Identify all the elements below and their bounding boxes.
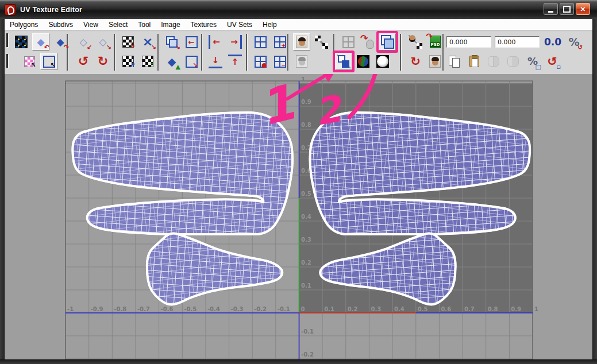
u-coord-field[interactable]: 0.000 bbox=[446, 36, 491, 48]
minimize-icon bbox=[548, 11, 553, 13]
move-uv-shell-tool-icon: ↖ bbox=[43, 56, 55, 68]
image-display-button[interactable] bbox=[426, 53, 444, 70]
menu-polygons[interactable]: Polygons bbox=[5, 19, 43, 30]
menu-textures[interactable]: Textures bbox=[186, 19, 222, 30]
toggle-filled-display-button[interactable] bbox=[335, 53, 352, 70]
view-grid-icon bbox=[342, 36, 355, 48]
uv-lattice-tool-button[interactable]: ↖ bbox=[21, 53, 38, 70]
maya-logo-icon bbox=[5, 4, 16, 16]
v-coord-field[interactable]: 0.000 bbox=[495, 36, 540, 48]
menu-select[interactable]: Select bbox=[103, 19, 133, 30]
uv-tile-snapshot-button[interactable]: ● bbox=[252, 53, 269, 70]
toolbar-group: ←→↓↑ bbox=[207, 32, 244, 71]
display-unfiltered-button[interactable]: ↷ bbox=[359, 33, 376, 51]
uv-texture-checker-icon bbox=[15, 36, 28, 48]
toggle-checker-display-button[interactable] bbox=[313, 33, 330, 51]
merge-uv-icon: ↑ bbox=[142, 56, 153, 67]
menu-help[interactable]: Help bbox=[257, 19, 282, 30]
rotate-uvs-cw-45-icon: ◇↘ bbox=[96, 35, 110, 49]
dim-image-button[interactable] bbox=[293, 53, 310, 70]
sew-uv-edges-button[interactable]: ×↘ bbox=[139, 33, 156, 51]
refresh-image-icon: ↻ bbox=[409, 55, 422, 68]
refresh-image-button[interactable]: ↻ bbox=[407, 53, 424, 70]
toggle-checker-display-icon bbox=[315, 36, 328, 49]
menu-view[interactable]: View bbox=[78, 19, 103, 30]
toolbar-separator bbox=[114, 34, 115, 71]
menu-tool[interactable]: Tool bbox=[133, 19, 156, 30]
align-min-u-button[interactable]: ← bbox=[207, 33, 224, 51]
menu-subdivs[interactable]: Subdivs bbox=[43, 19, 78, 30]
paste-button[interactable] bbox=[465, 53, 483, 70]
refresh-uv-values-button[interactable]: %↺ bbox=[565, 33, 583, 51]
shade-uvs-button[interactable] bbox=[379, 33, 396, 51]
add-uv-tile-icon: + bbox=[274, 36, 286, 48]
cycle-uvs-button[interactable]: ↺▫ bbox=[544, 53, 561, 70]
copy-button[interactable] bbox=[446, 53, 463, 70]
flip-v-button[interactable]: ◆↷ bbox=[52, 33, 69, 51]
display-alpha-channel-button[interactable] bbox=[374, 53, 391, 70]
copy-uv-value-button[interactable]: %□ bbox=[524, 53, 541, 70]
display-image-button[interactable] bbox=[293, 33, 310, 51]
paste-v-button[interactable] bbox=[504, 53, 522, 70]
split-uv-button[interactable]: ↗ bbox=[120, 53, 137, 70]
menu-image[interactable]: Image bbox=[156, 19, 185, 30]
toolbar-group: 0.0000.0000.0%↺%□↺▫ bbox=[446, 32, 583, 71]
dim-image-icon bbox=[296, 55, 307, 68]
grid-uvs-button[interactable]: ← bbox=[183, 33, 200, 51]
align-min-u-icon: ← bbox=[209, 35, 222, 49]
toolbar-separator bbox=[400, 34, 401, 71]
menu-bar: PolygonsSubdivsViewSelectToolImageTextur… bbox=[5, 19, 592, 30]
remove-uv-tile-icon: − bbox=[274, 56, 286, 68]
align-min-v-button[interactable]: ↓ bbox=[207, 53, 224, 70]
uv-viewport[interactable] bbox=[5, 73, 592, 359]
paste-u-icon bbox=[487, 55, 500, 68]
window-title: UV Texture Editor bbox=[20, 6, 82, 14]
unfold-uvs-icon: ◆▲ bbox=[165, 55, 179, 68]
layout-uvs-button[interactable]: ↘ bbox=[183, 53, 200, 70]
align-max-u-button[interactable]: → bbox=[226, 33, 244, 51]
merge-uv-button[interactable]: ↑ bbox=[139, 53, 156, 70]
window-frame-bottom bbox=[0, 359, 597, 364]
toolbar-gripper[interactable] bbox=[6, 33, 8, 47]
copy-uv-shell-button[interactable]: ↘ bbox=[163, 33, 180, 51]
close-icon: × bbox=[580, 5, 586, 13]
title-bar[interactable]: UV Texture Editor × bbox=[0, 0, 597, 19]
minimize-button[interactable] bbox=[544, 3, 558, 15]
toolbar-group: +●− bbox=[252, 32, 288, 71]
unfold-uvs-button[interactable]: ◆▲ bbox=[163, 53, 180, 70]
uv-tile-button[interactable] bbox=[252, 33, 269, 51]
paste-u-button[interactable] bbox=[485, 53, 502, 70]
toolbar-separator bbox=[333, 34, 334, 71]
toolbar-gripper[interactable] bbox=[6, 54, 8, 68]
maximize-button[interactable] bbox=[560, 3, 574, 15]
window-frame-right bbox=[592, 19, 597, 364]
rotate-cw-icon: ↻ bbox=[96, 55, 110, 68]
uv-tile-icon bbox=[255, 36, 267, 48]
uv-tile-snapshot-icon: ● bbox=[255, 56, 267, 68]
toolbar-group bbox=[293, 32, 330, 71]
rotate-uvs-ccw-45-button[interactable]: ◇↙ bbox=[75, 33, 92, 51]
copy-uv-value-icon: %□ bbox=[526, 55, 540, 68]
maximize-icon bbox=[563, 6, 571, 13]
rotate-cw-button[interactable]: ↻ bbox=[94, 53, 111, 70]
display-unfiltered-icon: ↷ bbox=[361, 35, 375, 49]
view-grid-button[interactable] bbox=[340, 33, 357, 51]
move-uv-shell-tool-button[interactable]: ↖ bbox=[40, 53, 57, 70]
menu-uv-sets[interactable]: UV Sets bbox=[222, 19, 257, 30]
align-max-v-button[interactable]: ↑ bbox=[226, 53, 244, 70]
rotate-ccw-button[interactable]: ↺ bbox=[75, 53, 92, 70]
uv-texture-checker-button[interactable] bbox=[13, 33, 30, 51]
close-button[interactable]: × bbox=[576, 3, 590, 15]
baked-texture-toggle-button[interactable] bbox=[407, 33, 424, 51]
flip-u-button[interactable]: ◆↶ bbox=[32, 33, 49, 51]
update-psd-networks-button[interactable]: ↷ bbox=[426, 33, 444, 51]
uv-lattice-tool-icon: ↖ bbox=[24, 56, 35, 67]
cut-uv-edges-button[interactable]: ↘ bbox=[120, 33, 137, 51]
paste-icon bbox=[469, 56, 479, 67]
remove-uv-tile-button[interactable]: − bbox=[271, 53, 288, 70]
add-uv-tile-button[interactable]: + bbox=[271, 33, 288, 51]
cut-uv-edges-icon: ↘ bbox=[122, 36, 134, 48]
display-rgb-channels-button[interactable] bbox=[355, 53, 372, 70]
rotate-uvs-cw-45-button[interactable]: ◇↘ bbox=[94, 33, 111, 51]
toolbar-separator bbox=[157, 34, 159, 71]
